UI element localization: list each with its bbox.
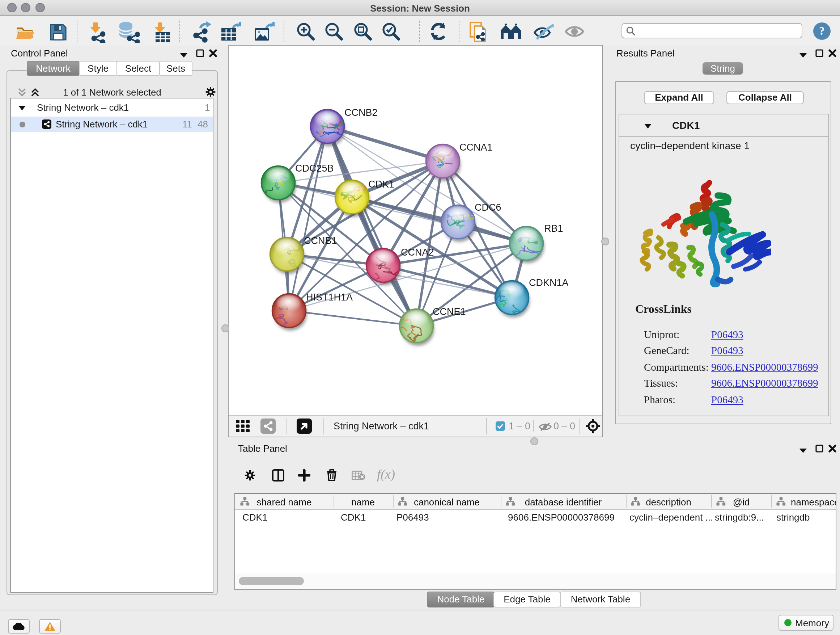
svg-text:CDKN1A: CDKN1A	[529, 277, 569, 288]
svg-text:CCNA2: CCNA2	[401, 247, 434, 258]
svg-text:CCNB2: CCNB2	[344, 107, 378, 118]
svg-text:CDK1: CDK1	[368, 179, 394, 190]
svg-text:CDC25B: CDC25B	[295, 163, 334, 174]
svg-text:HIST1H1A: HIST1H1A	[306, 292, 353, 302]
svg-text:RB1: RB1	[544, 223, 563, 234]
svg-text:CCNB1: CCNB1	[304, 235, 337, 246]
svg-text:CDC6: CDC6	[475, 202, 501, 213]
svg-text:CCNE1: CCNE1	[433, 306, 466, 317]
svg-text:CCNA1: CCNA1	[459, 142, 493, 153]
